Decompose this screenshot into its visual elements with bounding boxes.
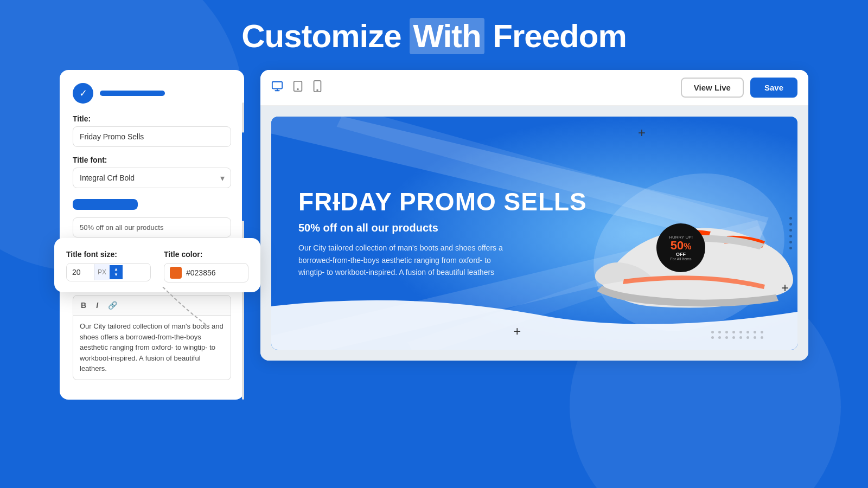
title-stepper-up-icon[interactable]: ▲ [114, 267, 118, 272]
title-color-swatch [170, 267, 182, 279]
panel-icon: ✓ [73, 83, 93, 104]
toolbar-actions: View Live Save [681, 78, 797, 98]
device-icons [271, 80, 322, 95]
title-font-size-label: Title font size: [66, 250, 151, 259]
title-color-input[interactable]: #023856 [164, 263, 248, 282]
banner-title-text: FRIDAY PROMO SELLS [298, 188, 587, 216]
title-font-group: Title font: Integral Crf Bold Arial Robo… [73, 156, 231, 188]
title-color-label: Title color: [164, 250, 248, 259]
connector-svg [152, 287, 217, 330]
plus-icon-bottom[interactable]: + [513, 324, 521, 339]
title-field-group: Title: [73, 114, 231, 147]
desktop-icon[interactable] [271, 80, 283, 95]
save-button[interactable]: Save [750, 78, 797, 98]
page-title-section: Customize With Freedom [0, 0, 868, 70]
blue-button-group [73, 197, 231, 210]
badge-percent-text: 50% [671, 240, 692, 252]
panel-header-bar [100, 91, 165, 96]
strikethrough-letter: I [333, 188, 340, 216]
link-button[interactable]: 🔗 [106, 300, 119, 311]
title-font-size-input: PX ▲ ▼ [66, 263, 151, 281]
title-stepper[interactable]: ▲ ▼ [110, 265, 123, 279]
title-font-size-value[interactable] [67, 264, 94, 281]
title-color-group: Title color: #023856 [164, 250, 248, 282]
title-label: Title: [73, 114, 231, 123]
view-live-button[interactable]: View Live [681, 78, 744, 98]
badge-off-text: OFF [676, 252, 686, 257]
vertical-dots [789, 217, 792, 249]
v-dot [789, 235, 792, 237]
plus-icon-top[interactable]: + [638, 125, 646, 140]
scroll-thumb [242, 132, 244, 221]
italic-button[interactable]: I [94, 300, 100, 311]
banner-body-text: Our City tailored collection of man's bo… [298, 242, 515, 278]
sub-panel: Title font size: PX ▲ ▼ Title color: [54, 238, 260, 292]
plus-icon-right[interactable]: + [781, 280, 789, 296]
discount-badge: Hurry Up! 50% OFF For All Items [656, 223, 705, 272]
subtitle-value: 50% off on all our products [73, 217, 231, 237]
v-dot [789, 241, 792, 243]
title-input[interactable] [73, 126, 231, 147]
title-font-select-wrap: Integral Crf Bold Arial Roboto ▾ [73, 168, 231, 188]
right-panel: View Live Save [260, 70, 808, 361]
title-stepper-down-icon[interactable]: ▼ [114, 273, 118, 277]
svg-rect-0 [272, 82, 282, 89]
page-title: Customize With Freedom [0, 17, 868, 55]
title-unit-label: PX [94, 264, 110, 280]
title-color-hex: #023856 [186, 268, 216, 277]
banner: FRIDAY PROMO SELLS 50% off on all our pr… [271, 117, 797, 350]
mobile-icon[interactable] [312, 80, 322, 95]
tablet-icon[interactable] [292, 80, 304, 95]
bold-button[interactable]: B [79, 300, 88, 311]
svg-point-2 [297, 89, 298, 90]
main-content: ✓ Title: Title font: Integral Crf Bold A… [0, 70, 868, 400]
title-font-size-group: Title font size: PX ▲ ▼ [66, 250, 151, 282]
subtitle-value-row: 50% off on all our products [73, 217, 231, 237]
right-toolbar: View Live Save [260, 70, 808, 106]
badge-items-text: For All Items [671, 257, 692, 261]
apply-button[interactable] [73, 199, 138, 210]
title-highlight: With [410, 18, 484, 54]
title-font-select[interactable]: Integral Crf Bold Arial Roboto [73, 168, 231, 188]
v-dot [789, 229, 792, 232]
v-dot [789, 223, 792, 226]
panel-header: ✓ [73, 83, 231, 104]
banner-area: FRIDAY PROMO SELLS 50% off on all our pr… [260, 106, 808, 361]
left-panel: ✓ Title: Title font: Integral Crf Bold A… [60, 70, 244, 400]
v-dot [789, 247, 792, 249]
sub-panel-row: Title font size: PX ▲ ▼ Title color: [66, 250, 248, 282]
svg-point-4 [317, 89, 318, 91]
title-font-label: Title font: [73, 156, 231, 164]
v-dot [789, 217, 792, 220]
